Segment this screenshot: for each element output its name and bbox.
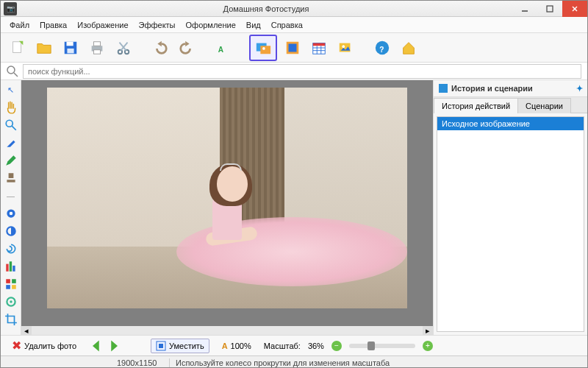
pointer-tool-icon[interactable]: ↖	[4, 83, 18, 96]
svg-rect-22	[313, 43, 326, 46]
svg-line-32	[14, 73, 18, 77]
brush-tool-icon[interactable]	[4, 136, 18, 149]
main-area: ↖ — ◂ ▸	[1, 80, 587, 335]
bottom-bar: ✖ Удалить фото Уместить A 100% Масштаб: …	[1, 335, 587, 355]
zoom-slider[interactable]	[349, 344, 415, 348]
menubar: Файл Правка Изображение Эффекты Оформлен…	[1, 17, 587, 33]
side-panel: История и сценарии ✦ История действий Сц…	[433, 80, 587, 335]
redo-button[interactable]	[176, 37, 198, 59]
delete-label: Удалить фото	[24, 342, 76, 350]
maximize-button[interactable]	[537, 1, 562, 17]
menu-view[interactable]: Вид	[242, 19, 265, 31]
frame-button[interactable]	[282, 37, 304, 59]
delete-icon: ✖	[12, 339, 21, 353]
save-button[interactable]	[60, 37, 82, 59]
minimize-button[interactable]	[512, 1, 537, 17]
slider-thumb[interactable]	[368, 342, 375, 350]
svg-point-18	[262, 47, 265, 50]
search-input[interactable]	[23, 64, 581, 79]
open-folder-button[interactable]	[33, 37, 55, 59]
delete-photo-button[interactable]: ✖ Удалить фото	[7, 336, 82, 355]
menu-image[interactable]: Изображение	[73, 19, 132, 31]
svg-point-48	[10, 300, 12, 302]
patch-tool-icon[interactable]	[4, 295, 18, 308]
svg-rect-17	[260, 46, 270, 54]
next-photo-button[interactable]	[107, 339, 121, 353]
svg-rect-46	[12, 285, 16, 289]
search-icon	[7, 66, 18, 77]
darkcircle-tool-icon[interactable]	[4, 224, 18, 238]
crop-tool-icon[interactable]	[4, 313, 18, 326]
menu-design[interactable]: Оформление	[182, 19, 240, 31]
search-bar	[1, 63, 587, 80]
letter-a-icon: A	[222, 342, 228, 350]
levels-tool-icon[interactable]	[4, 260, 18, 273]
zoom-100-button[interactable]: A 100%	[217, 339, 257, 353]
svg-rect-43	[6, 279, 10, 283]
close-button[interactable]	[562, 1, 587, 17]
home-button[interactable]	[398, 37, 420, 59]
image-insert-button[interactable]	[249, 35, 277, 61]
main-toolbar: A ?	[1, 33, 587, 63]
palette-tool-icon[interactable]	[4, 277, 18, 291]
undo-button[interactable]	[149, 37, 171, 59]
print-button[interactable]	[86, 37, 108, 59]
menu-help[interactable]: Справка	[267, 19, 307, 31]
svg-rect-49	[439, 84, 448, 93]
prev-photo-button[interactable]	[89, 339, 104, 353]
status-hint: Используйте колесо прокрутки для изменен…	[170, 358, 587, 367]
svg-rect-51	[159, 344, 163, 348]
status-bar: 1900x1150 Используйте колесо прокрутки д…	[1, 355, 587, 368]
titlebar: 📷 Домашняя Фотостудия	[1, 1, 587, 17]
scroll-left-icon[interactable]: ◂	[21, 326, 32, 335]
zoom-tool-icon[interactable]	[4, 118, 18, 132]
scale-value: 36%	[308, 342, 324, 350]
history-list[interactable]: Исходное изображение	[437, 116, 584, 332]
side-panel-tabs: История действий Сценарии	[434, 97, 587, 113]
add-scenario-button[interactable]: ✦	[576, 84, 583, 93]
new-file-button[interactable]	[7, 37, 29, 59]
svg-rect-42	[12, 266, 15, 272]
zoom-out-button[interactable]: −	[331, 341, 342, 351]
effects-button[interactable]	[334, 37, 356, 59]
svg-line-34	[12, 126, 16, 130]
horizontal-scrollbar[interactable]: ◂ ▸	[21, 326, 433, 335]
fit-button[interactable]: Уместить	[151, 339, 209, 353]
app-icon: 📷	[4, 2, 17, 15]
svg-rect-1	[547, 6, 553, 12]
history-panel-icon	[438, 83, 448, 93]
eraser-tool-icon[interactable]: —	[4, 189, 18, 202]
canvas-area[interactable]: ◂ ▸	[21, 80, 433, 335]
svg-rect-7	[67, 48, 74, 52]
menu-effects[interactable]: Эффекты	[135, 19, 180, 31]
svg-rect-6	[67, 41, 74, 46]
scroll-right-icon[interactable]: ▸	[423, 326, 433, 335]
svg-rect-4	[13, 41, 21, 52]
help-button[interactable]: ?	[371, 37, 393, 59]
side-panel-title: История и сценарии	[451, 84, 576, 93]
redeye-tool-icon[interactable]	[4, 207, 18, 220]
cut-button[interactable]	[112, 37, 135, 59]
pencil-tool-icon[interactable]	[4, 154, 18, 167]
svg-point-31	[7, 66, 15, 74]
zoom-in-button[interactable]: +	[423, 341, 433, 351]
tab-scenarios[interactable]: Сценарии	[517, 98, 571, 113]
zoom-100-label: 100%	[231, 342, 251, 350]
svg-rect-45	[6, 285, 10, 289]
photo-preview	[47, 88, 407, 308]
stamp-tool-icon[interactable]	[4, 171, 18, 185]
fit-icon	[156, 341, 166, 351]
svg-text:?: ?	[379, 45, 384, 53]
calendar-button[interactable]	[308, 37, 330, 59]
swirl-tool-icon[interactable]	[4, 242, 18, 255]
text-tool-button[interactable]: A	[212, 37, 234, 59]
menu-edit[interactable]: Правка	[35, 19, 71, 31]
tab-history[interactable]: История действий	[434, 98, 518, 113]
menu-file[interactable]: Файл	[5, 19, 34, 31]
hand-tool-icon[interactable]	[4, 101, 18, 114]
tool-tray: ↖ —	[1, 80, 21, 335]
history-item[interactable]: Исходное изображение	[437, 117, 584, 130]
svg-rect-41	[9, 261, 11, 272]
svg-rect-36	[7, 180, 15, 182]
svg-rect-40	[6, 264, 8, 272]
